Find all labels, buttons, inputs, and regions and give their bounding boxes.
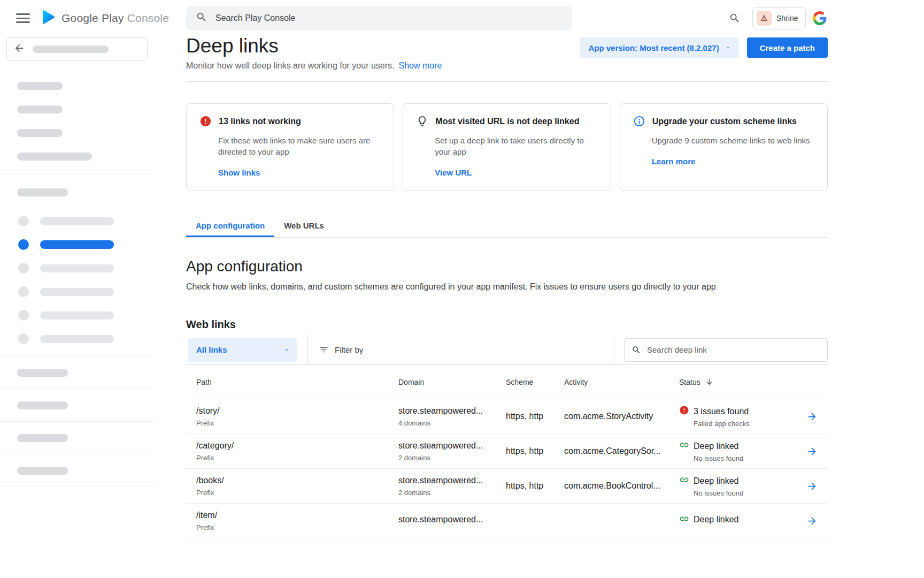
sidebar-item[interactable] <box>0 356 154 389</box>
row-detail-arrow-icon[interactable] <box>796 515 828 527</box>
sidebar-item[interactable] <box>0 256 154 280</box>
error-icon <box>199 116 212 130</box>
column-header-domain[interactable]: Domain <box>398 378 506 386</box>
info-icon <box>633 116 645 130</box>
sidebar-item[interactable] <box>0 209 154 233</box>
link-icon <box>679 514 689 526</box>
row-status-detail: No issues found <box>694 489 796 497</box>
page-title: Deep links <box>186 34 279 58</box>
show-links-link[interactable]: Show links <box>218 168 260 177</box>
learn-more-link[interactable]: Learn more <box>652 157 696 166</box>
sidebar-skeleton-bar <box>40 264 114 272</box>
row-status-detail: No issues found <box>694 454 796 462</box>
google-account-icon[interactable] <box>813 11 827 27</box>
card-most-visited-url: Most visited URL is not deep linked Set … <box>403 103 611 191</box>
play-console-logo[interactable]: Google Play Console <box>40 9 169 28</box>
sidebar-item-selected[interactable] <box>0 233 154 256</box>
link-icon <box>679 475 689 487</box>
card-body: Fix these web links to make sure users a… <box>218 135 381 157</box>
row-path: /books/ <box>196 475 398 486</box>
sidebar-item[interactable] <box>0 327 154 351</box>
row-domain: store.steampowered... <box>398 475 506 486</box>
sidebar-skeleton-bar <box>17 82 63 90</box>
row-domain: store.steampowered... <box>398 514 506 525</box>
row-path-type: Prefix <box>196 419 398 428</box>
table-header-row: Path Domain Scheme Activity Status <box>186 365 828 399</box>
tab-app-configuration[interactable]: App configuration <box>186 214 274 237</box>
sidebar-item-icon <box>18 263 29 273</box>
table-row[interactable]: /books/ Prefix store.steampowered... 2 d… <box>186 469 828 504</box>
sidebar-nav <box>0 36 154 578</box>
section-title: App configuration <box>186 258 828 275</box>
card-body: Set up a deep link to take users directl… <box>435 135 597 157</box>
tab-web-urls[interactable]: Web URLs <box>274 214 334 237</box>
row-activity: com.acme.StoryActivity <box>564 411 679 422</box>
secondary-search-icon[interactable] <box>729 12 741 26</box>
row-path-type: Prefix <box>196 523 398 532</box>
sidebar-skeleton-bar <box>40 311 114 320</box>
app-switcher-chip[interactable]: Shrine <box>752 7 806 29</box>
row-status-detail: Failed app checks <box>694 420 796 428</box>
row-path: /story/ <box>196 406 398 416</box>
sidebar-back-button[interactable] <box>6 37 148 61</box>
search-icon <box>632 345 641 355</box>
sidebar-skeleton-bar <box>40 217 114 225</box>
create-patch-button[interactable]: Create a patch <box>747 37 828 58</box>
sidebar-divider <box>0 174 154 174</box>
card-upgrade-scheme-links: Upgrade your custom scheme links Upgrade… <box>620 103 828 191</box>
column-header-path[interactable]: Path <box>186 378 398 386</box>
app-chip-label: Shrine <box>776 14 798 22</box>
sidebar-item[interactable] <box>0 303 154 327</box>
row-activity: com.acme.CategorySor... <box>564 446 679 457</box>
show-more-link[interactable]: Show more <box>399 61 442 70</box>
row-status: Deep linked <box>694 515 739 524</box>
search-icon <box>196 11 207 25</box>
logo-text-secondary: Console <box>127 12 169 24</box>
filter-by-button[interactable]: Filter by <box>319 345 363 355</box>
column-header-scheme[interactable]: Scheme <box>506 378 564 386</box>
global-search-bar[interactable] <box>186 6 572 31</box>
row-activity: com.acme.BookControl... <box>564 481 679 491</box>
sidebar-item-icon <box>18 239 29 250</box>
row-path-type: Prefix <box>196 489 398 497</box>
card-links-not-working: 13 links not working Fix these web links… <box>186 103 394 191</box>
sidebar-item-icon <box>18 333 29 344</box>
sidebar-item[interactable] <box>0 422 154 454</box>
view-url-link[interactable]: View URL <box>435 168 472 177</box>
table-row[interactable]: /item/ Prefix store.steampowered... Deep… <box>186 504 828 538</box>
row-detail-arrow-icon[interactable] <box>796 481 828 492</box>
row-detail-arrow-icon[interactable] <box>796 446 828 457</box>
table-row[interactable]: /story/ Prefix store.steampowered... 4 d… <box>186 399 828 434</box>
shrine-app-icon <box>757 11 772 26</box>
sidebar-item[interactable] <box>0 454 154 487</box>
deep-link-search-input[interactable] <box>647 345 820 354</box>
sidebar-item-icon <box>18 286 29 297</box>
filter-by-label: Filter by <box>335 345 363 354</box>
card-title: Most visited URL is not deep linked <box>435 116 579 127</box>
links-filter-dropdown[interactable]: All links <box>188 338 297 362</box>
sidebar-item[interactable] <box>0 389 154 422</box>
error-icon <box>679 405 689 417</box>
lightbulb-icon <box>416 116 428 130</box>
sort-descending-icon <box>705 377 714 386</box>
row-domain: store.steampowered... <box>398 440 506 451</box>
app-version-dropdown[interactable]: App version: Most recent (8.2.027) <box>580 37 738 58</box>
sidebar-skeleton-bar <box>40 288 114 296</box>
card-title: Upgrade your custom scheme links <box>652 116 797 127</box>
sidebar-skeleton-bar <box>17 105 63 113</box>
row-path: /item/ <box>196 510 398 521</box>
deep-link-search-box[interactable] <box>624 338 828 362</box>
row-domain: store.steampowered... <box>398 406 506 416</box>
sidebar-item-icon <box>18 216 29 226</box>
row-detail-arrow-icon[interactable] <box>796 411 828 422</box>
global-search-input[interactable] <box>215 13 563 23</box>
column-header-status[interactable]: Status <box>679 377 796 386</box>
column-header-activity[interactable]: Activity <box>564 378 679 386</box>
toolbar-divider <box>307 335 308 365</box>
row-status: 3 issues found <box>694 407 749 416</box>
table-row[interactable]: /category/ Prefix store.steampowered... … <box>186 434 828 469</box>
sidebar-item[interactable] <box>0 280 154 303</box>
sidebar-skeleton-bar <box>17 467 68 475</box>
row-scheme: https, http <box>506 411 564 422</box>
menu-icon[interactable] <box>16 13 30 23</box>
